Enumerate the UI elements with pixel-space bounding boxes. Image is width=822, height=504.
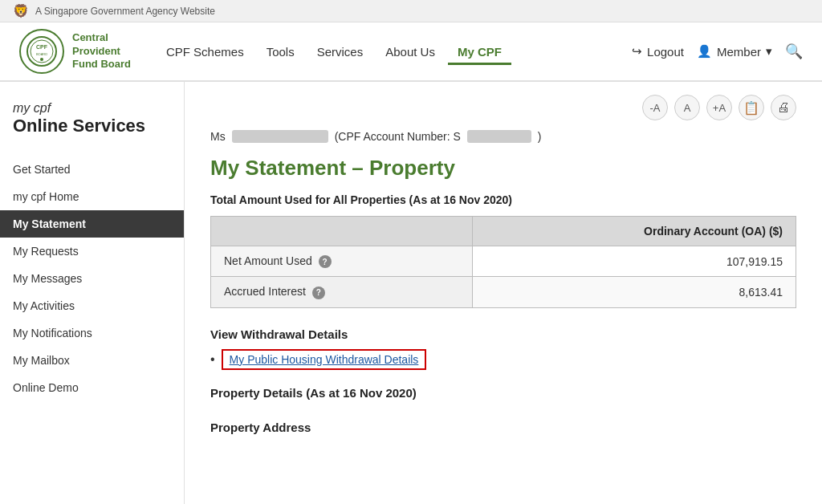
property-address-title: Property Address: [210, 421, 796, 434]
account-redacted: [467, 130, 531, 143]
sidebar-item-get-started[interactable]: Get Started: [0, 156, 184, 183]
net-amount-label: Net Amount Used ?: [211, 246, 473, 277]
withdrawal-link[interactable]: My Public Housing Withdrawal Details: [222, 349, 427, 370]
logo[interactable]: CPF BOARD Central Provident Fund Board: [19, 29, 131, 74]
font-increase-button[interactable]: +A: [706, 95, 732, 120]
nav-about-us[interactable]: About Us: [376, 39, 445, 65]
copy-button[interactable]: 📋: [739, 95, 764, 120]
name-redacted: [232, 130, 328, 143]
account-bar: Ms (CPF Account Number: S ): [210, 130, 796, 143]
chevron-down-icon: ▾: [766, 44, 772, 59]
main-content: -A A +A 📋 🖨 Ms (CPF Account Number: S ) …: [185, 82, 822, 504]
logout-icon: ↪: [632, 44, 642, 59]
withdrawal-link-wrap: • My Public Housing Withdrawal Details: [210, 349, 796, 370]
nav-cpf-schemes[interactable]: CPF Schemes: [157, 39, 254, 65]
account-suffix: ): [538, 130, 542, 143]
sidebar-item-online-demo[interactable]: Online Demo: [0, 374, 184, 401]
site-header: CPF BOARD Central Provident Fund Board C…: [0, 22, 822, 82]
withdrawal-section-title: View Withdrawal Details: [210, 327, 796, 341]
sidebar-nav: Get Started my cpf Home My Statement My …: [0, 156, 184, 401]
sidebar-online-services: Online Services: [13, 116, 171, 136]
svg-text:BOARD: BOARD: [36, 52, 47, 56]
property-table: Ordinary Account (OA) ($) Net Amount Use…: [210, 216, 796, 308]
member-label: Member: [717, 45, 761, 59]
header-right: ↪ Logout 👤 Member ▾ 🔍: [632, 43, 803, 60]
sidebar-item-my-mailbox[interactable]: My Mailbox: [0, 347, 184, 374]
page-title: My Statement – Property: [210, 156, 796, 181]
table-row: Net Amount Used ? 107,919.15: [211, 246, 796, 277]
sidebar-item-my-statement[interactable]: My Statement: [0, 210, 184, 238]
bullet-point: •: [210, 352, 215, 367]
sidebar-mycpf-italic: my cpf: [13, 101, 171, 116]
svg-point-0: [27, 37, 56, 66]
logout-button[interactable]: ↪ Logout: [632, 44, 684, 59]
table-subtitle: Total Amount Used for All Properties (As…: [210, 193, 796, 206]
font-normal-button[interactable]: A: [674, 95, 700, 120]
search-button[interactable]: 🔍: [785, 43, 803, 60]
lion-icon: 🦁: [13, 3, 29, 18]
sidebar-item-my-cpf-home[interactable]: my cpf Home: [0, 183, 184, 210]
net-amount-help-icon[interactable]: ?: [319, 255, 332, 268]
net-amount-value: 107,919.15: [473, 246, 796, 277]
svg-point-4: [40, 58, 43, 61]
font-controls: -A A +A 📋 🖨: [210, 95, 796, 120]
svg-text:CPF: CPF: [36, 44, 48, 50]
salutation: Ms: [210, 130, 226, 143]
logo-line3: Fund Board: [72, 58, 131, 71]
sidebar-item-my-notifications[interactable]: My Notifications: [0, 319, 184, 347]
font-decrease-button[interactable]: -A: [642, 95, 668, 120]
gov-bar-text: A Singapore Government Agency Website: [35, 6, 215, 17]
sidebar-title: my cpf Online Services: [0, 101, 184, 146]
sidebar-item-my-activities[interactable]: My Activities: [0, 292, 184, 319]
property-details-title: Property Details (As at 16 Nov 2020): [210, 386, 796, 400]
table-col-oa: Ordinary Account (OA) ($): [473, 217, 796, 246]
logout-label: Logout: [647, 45, 684, 59]
sidebar: my cpf Online Services Get Started my cp…: [0, 82, 185, 504]
accrued-interest-label: Accrued Interest ?: [211, 277, 473, 307]
print-button[interactable]: 🖨: [771, 95, 796, 120]
member-icon: 👤: [697, 44, 712, 59]
gov-bar: 🦁 A Singapore Government Agency Website: [0, 0, 822, 22]
accrued-interest-value: 8,613.41: [473, 277, 796, 307]
sidebar-item-my-requests[interactable]: My Requests: [0, 238, 184, 265]
sidebar-item-my-messages[interactable]: My Messages: [0, 265, 184, 292]
logo-circle: CPF BOARD: [19, 29, 64, 74]
nav-tools[interactable]: Tools: [257, 39, 304, 65]
accrued-interest-help-icon[interactable]: ?: [312, 287, 325, 299]
logo-text: Central Provident Fund Board: [72, 31, 131, 72]
account-label: (CPF Account Number: S: [335, 130, 461, 143]
nav-services[interactable]: Services: [307, 39, 373, 65]
logo-line1: Central: [72, 31, 131, 45]
logo-line2: Provident: [72, 45, 131, 59]
table-row: Accrued Interest ? 8,613.41: [211, 277, 796, 307]
table-col-empty: [211, 217, 473, 246]
member-menu[interactable]: 👤 Member ▾: [697, 44, 772, 59]
main-layout: my cpf Online Services Get Started my cp…: [0, 82, 822, 504]
main-nav: CPF Schemes Tools Services About Us My C…: [157, 39, 606, 65]
nav-my-cpf[interactable]: My CPF: [448, 39, 511, 65]
